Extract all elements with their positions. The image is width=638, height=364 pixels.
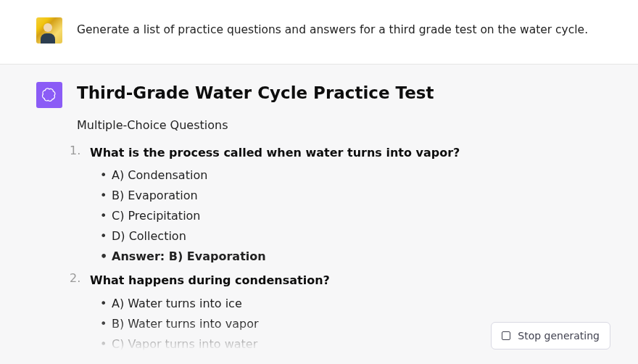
option-item: D) Collection [103,226,602,247]
response-title: Third-Grade Water Cycle Practice Test [77,83,602,102]
assistant-message-row: Third-Grade Water Cycle Practice Test Mu… [0,65,638,364]
option-item-generating: D) Water turns into snow [103,355,602,364]
stop-generating-button[interactable]: Stop generating [491,322,610,349]
answer-line: Answer: B) Evaporation [103,247,602,267]
openai-logo-icon [41,87,57,103]
user-prompt-text: Generate a list of practice questions an… [77,17,588,38]
stop-icon [502,331,510,340]
option-item: A) Condensation [103,165,602,186]
stop-button-label: Stop generating [518,330,600,342]
user-avatar [36,17,62,44]
question-item: What happens during condensation? A) Wat… [77,271,602,364]
question-item: What is the process called when water tu… [77,144,602,267]
response-subtitle: Multiple-Choice Questions [77,118,602,132]
option-item: A) Water turns into ice [103,294,602,314]
assistant-avatar [36,82,62,108]
user-message-row: Generate a list of practice questions an… [0,0,638,65]
question-text: What happens during condensation? [90,271,602,290]
option-list: A) Condensation B) Evaporation C) Precip… [90,165,602,267]
option-item: C) Precipitation [103,206,602,226]
option-item: B) Evaporation [103,186,602,206]
question-text: What is the process called when water tu… [90,144,602,162]
